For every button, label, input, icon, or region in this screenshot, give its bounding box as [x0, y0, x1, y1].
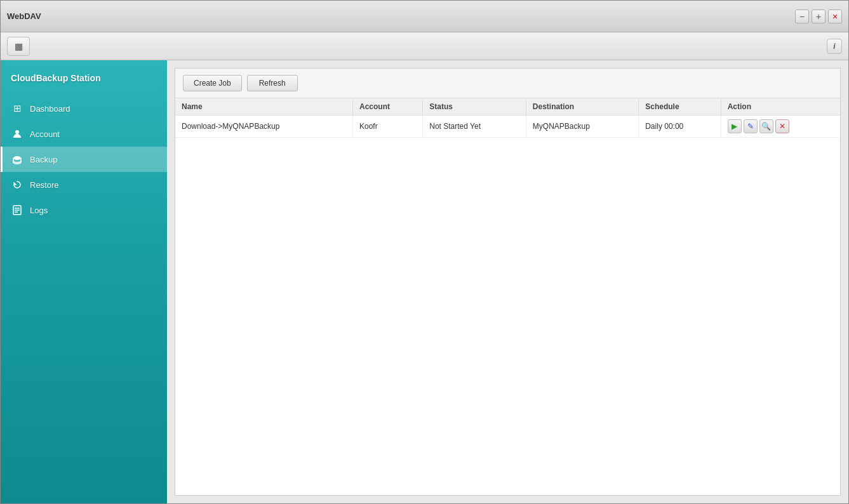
cell-destination: MyQNAPBackup	[526, 116, 638, 138]
table-header-row: Name Account Status Destination Schedule…	[175, 98, 840, 116]
sidebar-item-dashboard[interactable]: ⊞ Dashboard	[1, 96, 167, 121]
maximize-button[interactable]: +	[812, 10, 826, 23]
sidebar-item-label-dashboard: Dashboard	[30, 104, 70, 114]
backup-jobs-table: Name Account Status Destination Schedule…	[175, 98, 840, 138]
restore-icon	[11, 178, 23, 191]
sidebar-item-label-backup: Backup	[30, 155, 57, 164]
title-bar-controls: − + ×	[795, 10, 842, 23]
sidebar-item-label-restore: Restore	[30, 180, 59, 190]
cell-action: ▶ ✎ 🔍 ✕	[721, 116, 840, 138]
logs-icon	[11, 204, 23, 216]
sidebar-app-title: CloudBackup Station	[1, 67, 167, 96]
sidebar-item-label-account: Account	[30, 129, 60, 139]
main-content: Create Job Refresh Name Account Status D…	[167, 60, 848, 503]
col-header-destination: Destination	[526, 98, 638, 116]
title-bar: WebDAV − + ×	[1, 1, 848, 32]
edit-job-button[interactable]: ✎	[744, 119, 758, 133]
svg-point-0	[15, 130, 19, 134]
search-job-button[interactable]: 🔍	[759, 119, 773, 133]
refresh-button[interactable]: Refresh	[247, 75, 298, 91]
run-job-button[interactable]: ▶	[728, 119, 742, 133]
sidebar-item-backup[interactable]: Backup	[1, 147, 167, 172]
col-header-name: Name	[175, 98, 352, 116]
cell-account: Koofr	[352, 116, 422, 138]
cell-status: Not Started Yet	[423, 116, 526, 138]
title-bar-left: WebDAV	[7, 11, 41, 21]
col-header-action: Action	[721, 98, 840, 116]
info-button[interactable]: i	[827, 39, 842, 54]
cell-name: Download->MyQNAPBackup	[175, 116, 352, 138]
minimize-button[interactable]: −	[795, 10, 809, 23]
app-body: CloudBackup Station ⊞ Dashboard Account	[1, 60, 848, 503]
cell-schedule: Daily 00:00	[639, 116, 721, 138]
col-header-status: Status	[423, 98, 526, 116]
app-window: WebDAV − + × ▦ i CloudBackup Station ⊞ D…	[0, 0, 849, 504]
sidebar-item-logs[interactable]: Logs	[1, 197, 167, 223]
delete-job-button[interactable]: ✕	[775, 119, 789, 133]
dashboard-icon: ⊞	[11, 102, 23, 115]
backup-icon	[11, 153, 23, 166]
account-icon	[11, 128, 23, 140]
content-toolbar: Create Job Refresh	[175, 69, 840, 98]
window-title: WebDAV	[7, 11, 41, 21]
table-row: Download->MyQNAPBackup Koofr Not Started…	[175, 116, 840, 138]
svg-point-1	[13, 156, 21, 160]
col-header-schedule: Schedule	[639, 98, 721, 116]
sidebar-item-label-logs: Logs	[30, 206, 48, 215]
col-header-account: Account	[352, 98, 422, 116]
menu-icon-button[interactable]: ▦	[7, 37, 30, 56]
menu-icon: ▦	[15, 41, 23, 51]
create-job-button[interactable]: Create Job	[183, 75, 242, 91]
sidebar: CloudBackup Station ⊞ Dashboard Account	[1, 60, 167, 503]
action-icons-group: ▶ ✎ 🔍 ✕	[728, 119, 834, 133]
content-panel: Create Job Refresh Name Account Status D…	[175, 68, 841, 496]
close-button[interactable]: ×	[828, 10, 842, 23]
secondary-toolbar: ▦ i	[1, 32, 848, 60]
sidebar-item-restore[interactable]: Restore	[1, 172, 167, 197]
sidebar-item-account[interactable]: Account	[1, 121, 167, 147]
